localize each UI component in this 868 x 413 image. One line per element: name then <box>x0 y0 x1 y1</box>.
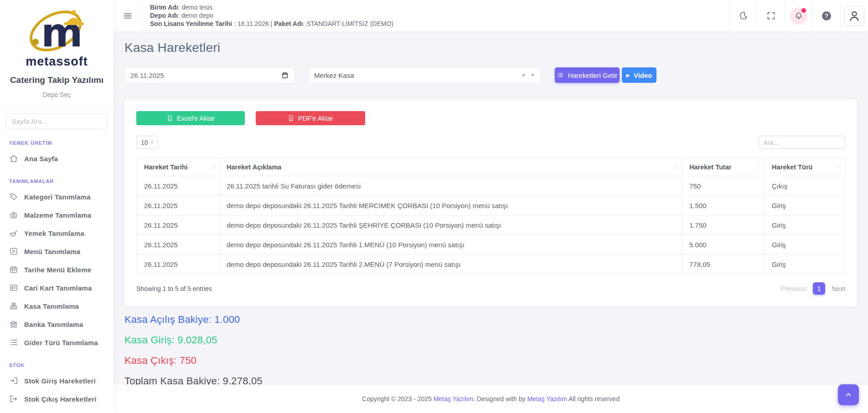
metas-yazilim-link[interactable]: Metaş Yazılım <box>527 395 567 403</box>
column-label: Hareket Tarihi <box>144 163 188 171</box>
list-button-icon <box>557 71 564 79</box>
summary-value: 1.000 <box>212 314 240 325</box>
summary-cash-in: Kasa Giriş: 9.028,05 <box>124 334 857 346</box>
depo-label: Depo Adı <box>150 12 178 19</box>
export-excel-button[interactable]: Excel'e Aktar <box>136 111 245 125</box>
table-row: 26.11.2025 demo depo deposundaki 26.11.2… <box>137 255 845 274</box>
column-header-hareket-tutar[interactable]: Hareket Tutar↑↓ <box>682 158 765 176</box>
page-search-input[interactable] <box>6 113 108 129</box>
hamburger-icon <box>123 11 133 21</box>
copyright-text: Copyright © 2023 - 2025 Metaş Yazılım. D… <box>362 395 620 403</box>
notification-dot <box>801 8 806 13</box>
sidebar-item-label: Ana Sayfa <box>24 155 58 163</box>
scroll-to-top-button[interactable] <box>838 384 859 405</box>
export-pdf-button[interactable]: PDF'e Aktar <box>256 111 365 125</box>
avatar <box>844 6 864 26</box>
sidebar-item-kasa-tanimlama[interactable]: Kasa Tanımlama <box>0 297 114 315</box>
metassoft-logo-icon: m <box>18 5 96 57</box>
page-length-select[interactable]: 10 ▾ <box>136 136 158 149</box>
lisans-value: : 18.11.2026 | <box>232 20 274 27</box>
copyright-prefix: Copyright © 2023 - 2025 <box>362 395 434 403</box>
sidebar-item-label: Kasa Tanımlama <box>24 302 79 310</box>
cell-type: Çıkış <box>765 176 845 196</box>
sidebar-item-yemek-tanimlama[interactable]: Yemek Tanımlama <box>0 224 114 242</box>
section-tanimlamalar: TANIMLAMALAR <box>0 168 114 188</box>
cell-description: demo depo deposundaki 26.11.2025 Tarihli… <box>219 255 682 274</box>
kasa-select[interactable]: Merkez Kasa × ▼ <box>308 67 541 83</box>
movements-table: Hareket Tarihi↑↓ Hareket Açıklama↑↓ Hare… <box>136 158 845 274</box>
sidebar-item-label: Menü Tanımlama <box>24 248 80 255</box>
tag-icon <box>9 192 18 201</box>
box-x-icon <box>9 247 18 256</box>
table-search <box>759 136 845 149</box>
summary-cash-out: Kasa Çıkış: 750 <box>124 355 857 367</box>
cell-amount: 1.500 <box>682 196 765 215</box>
video-button-label: Video <box>634 71 652 79</box>
chevron-down-icon[interactable]: ▼ <box>531 73 535 77</box>
page-length-value: 10 <box>141 139 148 146</box>
table-search-input[interactable] <box>759 136 845 149</box>
table-row: 26.11.2025 26.11.2025 tarihli Su Faturas… <box>137 176 845 196</box>
header-actions: ? <box>729 0 868 31</box>
sidebar-item-menu-tanimlama[interactable]: Menü Tanımlama <box>0 242 114 260</box>
column-header-hareket-tarihi[interactable]: Hareket Tarihi↑↓ <box>137 158 219 176</box>
sidebar-item-stok-giris-hareketleri[interactable]: Stok Giriş Hareketleri <box>0 372 114 390</box>
sidebar-item-ana-sayfa[interactable]: Ana Sayfa <box>0 149 114 168</box>
sidebar-item-banka-tanimlama[interactable]: Banka Tanımlama <box>0 315 114 333</box>
id-card-icon <box>9 283 18 292</box>
clear-selection-icon[interactable]: × <box>522 71 525 79</box>
date-value: 26.11.2025 <box>130 71 281 79</box>
video-button[interactable]: ▶ Video <box>622 67 656 83</box>
top-header: Birim Adı: demo tesis Depo Adı: demo dep… <box>114 0 868 31</box>
copyright-suffix: All rights reserved <box>567 395 620 403</box>
metas-yazilim-link[interactable]: Metaş Yazılım <box>434 395 473 403</box>
user-menu-button[interactable] <box>840 0 868 31</box>
license-info: Birim Adı: demo tesis Depo Adı: demo dep… <box>142 0 393 31</box>
bowl-icon <box>9 229 18 238</box>
sidebar-item-malzeme-tanimlama[interactable]: Malzeme Tanımlama <box>0 206 114 224</box>
sidebar-item-label: Banka Tanımlama <box>24 321 83 328</box>
sidebar-item-label: Cari Kart Tanımlama <box>24 284 92 292</box>
fullscreen-button[interactable] <box>757 0 785 31</box>
list-icon <box>9 338 18 347</box>
paket-label: Paket Adı <box>274 20 303 27</box>
sidebar-item-gider-turu-tanimlama[interactable]: Gider Türü Tanımlama <box>0 333 114 352</box>
brand-name: metassoft <box>0 55 114 69</box>
sidebar-item-kategori-tanimlama[interactable]: Kategori Tanımlama <box>0 188 114 206</box>
sidebar-item-label: Kategori Tanımlama <box>24 193 91 201</box>
page-title: Kasa Hareketleri <box>124 41 857 55</box>
footer: Copyright © 2023 - 2025 Metaş Yazılım. D… <box>114 385 868 413</box>
sidebar-item-label: Gider Türü Tanımlama <box>24 339 98 347</box>
cell-type: Giriş <box>765 215 845 235</box>
sort-icon: ↑↓ <box>212 165 215 170</box>
table-row: 26.11.2025 demo depo deposundaki 26.11.2… <box>137 196 845 215</box>
cell-amount: 5.000 <box>682 235 765 255</box>
person-icon <box>847 9 861 23</box>
column-header-hareket-turu[interactable]: Hareket Türü↑↓ <box>765 158 845 176</box>
calendar-icon <box>9 265 18 274</box>
sidebar-item-tarihe-menu-ekleme[interactable]: Tarihe Menü Ekleme <box>0 260 114 279</box>
fetch-movements-button[interactable]: Hareketleri Getir <box>555 67 620 83</box>
summary-value: 9.028,05 <box>175 334 217 346</box>
column-header-hareket-aciklama[interactable]: Hareket Açıklama↑↓ <box>219 158 682 176</box>
depot-select-link[interactable]: Depo Seç <box>0 91 114 106</box>
app-root: m metassoft Catering Takip Yazılımı Depo… <box>0 0 868 413</box>
menu-toggle-button[interactable] <box>114 0 142 31</box>
main-content: Kasa Hareketleri 26.11.2025 Merkez Kasa … <box>114 31 868 413</box>
sort-icon: ↑↓ <box>675 165 678 170</box>
box-arrow-out-icon <box>9 394 18 403</box>
pagination-page-1[interactable]: 1 <box>813 282 825 295</box>
bank-icon <box>9 320 18 329</box>
pagination-previous[interactable]: Previous <box>781 285 806 292</box>
date-picker[interactable]: 26.11.2025 <box>124 67 295 83</box>
dark-mode-button[interactable] <box>729 0 757 31</box>
sidebar-item-cari-kart-tanimlama[interactable]: Cari Kart Tanımlama <box>0 279 114 297</box>
help-button[interactable]: ? <box>812 0 840 31</box>
pagination-next[interactable]: Next <box>832 285 845 292</box>
sidebar-item-stok-cikis-hareketleri[interactable]: Stok Çıkış Hareketleri <box>0 390 114 408</box>
cell-amount: 750 <box>682 176 765 196</box>
notifications-button[interactable] <box>785 0 812 31</box>
brand-logo[interactable]: m metassoft <box>0 0 114 69</box>
cell-date: 26.11.2025 <box>137 196 219 215</box>
column-label: Hareket Türü <box>772 163 812 171</box>
